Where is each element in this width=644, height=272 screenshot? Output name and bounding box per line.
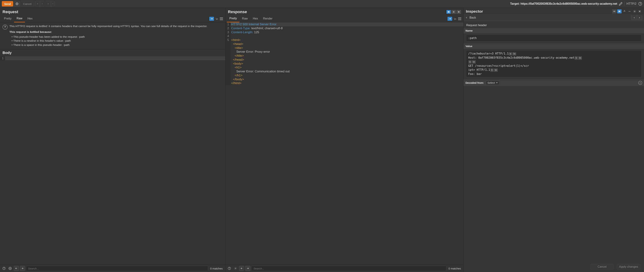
name-input[interactable]: :path xyxy=(466,35,642,41)
search-next-button[interactable] xyxy=(245,266,250,271)
tab-raw[interactable]: Raw xyxy=(14,15,25,22)
inspector-layout-2-button[interactable] xyxy=(617,9,622,13)
request-panel: Request PrettyRawHex \n ? This HTTP/2 re… xyxy=(0,8,226,272)
svg-rect-21 xyxy=(614,11,615,12)
actions-button[interactable] xyxy=(209,17,214,21)
search-prev-button[interactable] xyxy=(14,266,19,271)
svg-rect-13 xyxy=(453,12,454,13)
history-back-button xyxy=(35,1,40,6)
inspector-panel: Inspector Back Request header xyxy=(464,8,644,272)
help-button[interactable] xyxy=(2,266,6,271)
help-button[interactable] xyxy=(638,2,642,6)
arrow-action-icon xyxy=(210,17,213,20)
svg-point-17 xyxy=(235,268,236,269)
response-tabs: PrettyRawHexRender \n xyxy=(226,15,464,22)
settings-button[interactable] xyxy=(8,266,13,271)
help-circle-icon: ? xyxy=(2,24,8,30)
layout-toggle xyxy=(446,10,461,14)
inspector-layout-1-button[interactable] xyxy=(612,9,616,13)
arrow-left-icon xyxy=(240,267,243,270)
response-panel: Response PrettyRawHexRender \n 1HTTP/2 5 xyxy=(226,8,464,272)
inspector-prev-button[interactable] xyxy=(631,15,637,20)
inspector-cancel-button[interactable]: Cancel xyxy=(590,264,614,270)
tab-hex[interactable]: Hex xyxy=(250,15,260,22)
tab-hex[interactable]: Hex xyxy=(25,15,35,22)
response-search-input[interactable] xyxy=(252,266,446,271)
square-icon xyxy=(458,11,460,13)
svg-rect-14 xyxy=(458,11,460,13)
svg-rect-20 xyxy=(614,11,614,12)
kettle-reason: There is a space in this pseudo-header: … xyxy=(10,43,207,47)
newline-button[interactable]: \n xyxy=(454,17,456,20)
edit-target-button[interactable] xyxy=(619,2,623,6)
inspector-close-button[interactable] xyxy=(638,9,642,13)
gear-icon xyxy=(234,267,237,270)
collapse-button[interactable] xyxy=(627,9,632,13)
svg-marker-1 xyxy=(42,3,43,4)
columns-icon xyxy=(618,10,621,12)
caret-down-icon xyxy=(52,3,54,5)
gear-icon xyxy=(8,267,12,270)
send-options-button[interactable] xyxy=(14,1,20,6)
decoded-from-label: Decoded from: xyxy=(466,81,484,84)
inspector-next-button[interactable] xyxy=(637,15,642,20)
top-toolbar: Send Cancel Target: https://0af7002003f8… xyxy=(0,0,644,8)
response-title: Response xyxy=(228,9,446,14)
response-footer: 0 matches xyxy=(226,265,464,272)
tab-pretty[interactable]: Pretty xyxy=(227,15,240,22)
editor-menu-button[interactable] xyxy=(458,17,461,20)
svg-marker-2 xyxy=(52,3,53,4)
inspector-title: Inspector xyxy=(466,9,612,13)
svg-point-7 xyxy=(10,268,11,269)
inspector-back-button[interactable]: Back xyxy=(466,16,476,19)
svg-rect-22 xyxy=(619,11,620,12)
layout-stacked-button[interactable] xyxy=(452,10,456,14)
newline-button[interactable]: \n xyxy=(216,17,218,20)
svg-rect-23 xyxy=(620,11,620,12)
inspector-section-label: Request header xyxy=(466,23,642,28)
columns-icon xyxy=(447,11,450,13)
caret-down-icon xyxy=(42,3,43,5)
inspector-apply-button[interactable]: Apply changes xyxy=(617,264,640,270)
arrow-left-icon xyxy=(15,267,18,270)
history-forward-button xyxy=(45,1,51,6)
tab-pretty[interactable]: Pretty xyxy=(2,15,14,22)
history-forward-menu-button xyxy=(51,1,55,6)
request-body-editor[interactable]: 1 xyxy=(0,56,225,265)
help-circle-icon xyxy=(638,2,642,6)
help-circle-icon xyxy=(2,267,6,270)
expand-button[interactable] xyxy=(622,9,627,13)
chevron-right-icon xyxy=(47,3,49,5)
tab-render[interactable]: Render xyxy=(260,15,275,22)
chevron-left-icon xyxy=(633,16,635,19)
search-prev-button[interactable] xyxy=(239,266,244,271)
svg-point-26 xyxy=(634,11,635,12)
decoded-from-select[interactable]: Select xyxy=(486,81,499,85)
value-input[interactable]: /?cachebuster=3 HTTP/1.1\r\nHost: 0af700… xyxy=(466,50,642,77)
inspector-settings-button[interactable] xyxy=(632,9,637,13)
response-viewer[interactable]: 1HTTP/2 500 Internal Server Error2Conten… xyxy=(226,22,464,265)
pencil-icon xyxy=(619,2,623,6)
columns-icon xyxy=(613,10,616,12)
svg-rect-10 xyxy=(448,11,448,13)
tab-raw[interactable]: Raw xyxy=(240,15,250,22)
request-search-input[interactable] xyxy=(26,266,208,271)
editor-menu-button[interactable] xyxy=(220,17,223,20)
arrow-action-icon xyxy=(448,17,451,20)
add-decoding-button[interactable]: + xyxy=(638,81,642,85)
request-tabs: PrettyRawHex \n xyxy=(0,15,225,22)
actions-button[interactable] xyxy=(448,17,452,21)
svg-point-16 xyxy=(229,269,230,269)
layout-tabbed-button[interactable] xyxy=(456,10,461,14)
svg-point-0 xyxy=(17,3,17,4)
arrow-right-icon xyxy=(246,267,249,270)
svg-point-6 xyxy=(4,269,4,269)
protocol-label[interactable]: HTTP/2 xyxy=(626,2,637,5)
collapse-icon xyxy=(628,10,631,13)
search-next-button[interactable] xyxy=(20,266,25,271)
layout-side-by-side-button[interactable] xyxy=(446,10,451,14)
response-search-matches: 0 matches xyxy=(447,267,462,270)
send-button[interactable]: Send xyxy=(2,1,13,6)
help-button[interactable] xyxy=(227,266,232,271)
settings-button[interactable] xyxy=(233,266,238,271)
